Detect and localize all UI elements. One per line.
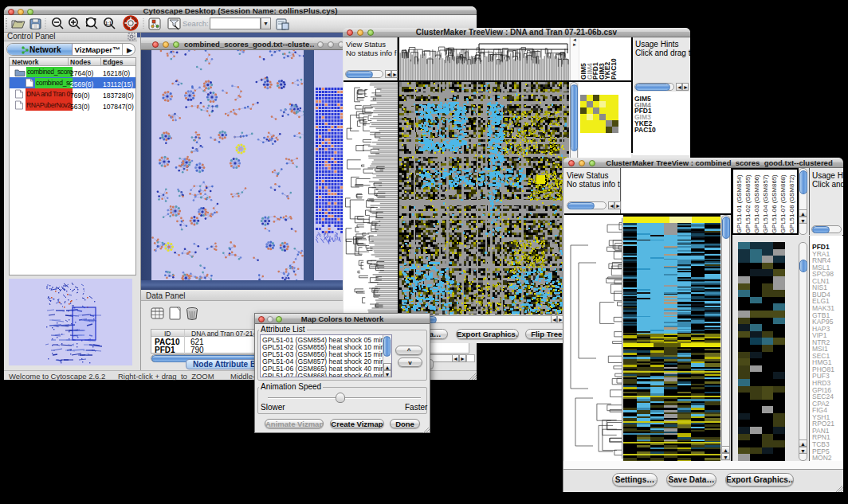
svg-text:1:1: 1:1 (105, 21, 112, 25)
svg-text:Search:: Search: (183, 19, 209, 28)
